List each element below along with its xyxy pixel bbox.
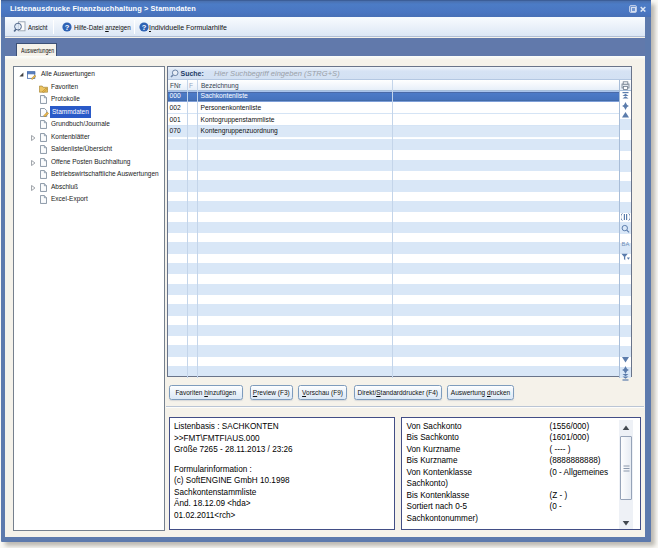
svg-text:?: ? bbox=[142, 22, 147, 31]
svg-text:BA: BA bbox=[622, 241, 630, 247]
svg-text:?: ? bbox=[64, 22, 69, 31]
